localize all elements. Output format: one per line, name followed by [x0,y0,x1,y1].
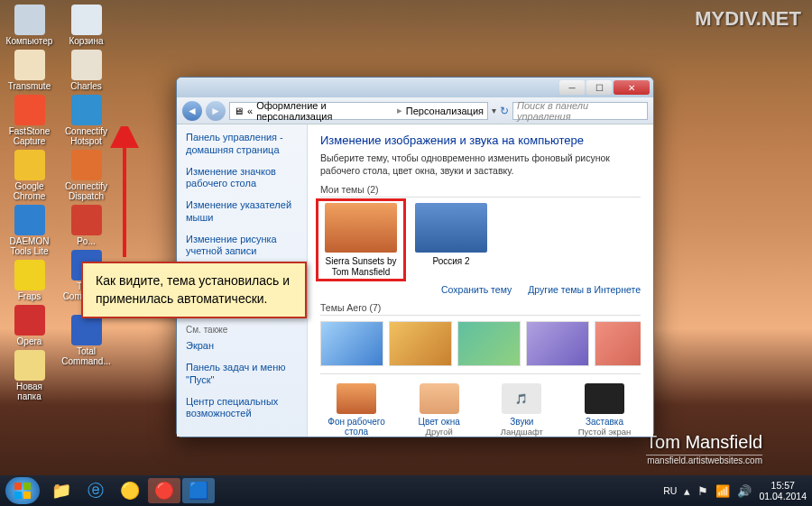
icon-label: Новая папка [5,382,54,401]
window-color-button[interactable]: Цвет окна Другой [403,383,475,437]
desktop-icon[interactable]: Fraps [5,260,54,301]
desktop-icon[interactable]: Po... [61,205,111,246]
minimize-button[interactable]: ─ [559,80,585,95]
language-indicator[interactable]: RU [663,485,677,496]
desktop-icon[interactable]: Google Chrome [5,150,54,201]
taskbar: 📁 ⓔ 🟡 🔴 🟦 RU ▴ ⚑ 📶 🔊 15:57 01.04.2014 [0,475,812,506]
breadcrumb[interactable]: 🖥 « Оформление и персонализация ▸ Персон… [229,102,488,120]
theme-label: Sierra Sunsets by Tom Mansfield [320,256,401,277]
taskbar-chrome-icon[interactable]: 🟡 [114,478,146,503]
breadcrumb-icon: 🖥 [234,106,244,116]
tray-flag-icon[interactable]: ⚑ [697,484,708,498]
annotation-callout: Как видите, тема установилась и применил… [81,262,307,318]
desktop-icon[interactable]: Transmute [5,50,54,91]
bottom-settings-row: Фон рабочего стола Показ слайдов Цвет ок… [320,373,641,437]
sidebar-link-display[interactable]: Экран [186,340,298,353]
navbar: ◄ ► 🖥 « Оформление и персонализация ▸ Пе… [177,97,653,124]
desktop-icon[interactable]: DAEMON Tools Lite [5,205,54,256]
sidebar-link-icons[interactable]: Изменение значков рабочего стола [186,166,298,191]
desktop-icon[interactable]: Компьютер [5,5,54,46]
tray-volume-icon[interactable]: 🔊 [737,484,752,498]
theme-thumb [415,203,487,253]
more-themes-link[interactable]: Другие темы в Интернете [528,284,641,295]
app-icon [71,95,102,125]
desktop-background-button[interactable]: Фон рабочего стола Показ слайдов [320,383,392,437]
desktop-icon[interactable]: Opera [5,305,54,346]
sidebar-see-also: См. также [186,325,298,335]
setting-title: Фон рабочего стола [320,417,392,437]
svg-rect-2 [23,483,31,490]
tray-network-icon[interactable]: 📶 [715,484,730,498]
search-placeholder: Поиск в панели управления [517,100,643,122]
theme-thumb [325,203,397,253]
personalization-window: ─ ☐ ✕ ◄ ► 🖥 « Оформление и персонализаци… [176,77,654,437]
setting-title: Заставка [568,417,641,427]
icon-label: Total Command... [61,346,111,366]
clock-date: 01.04.2014 [759,491,807,501]
app-icon [71,315,102,345]
sidebar-link-account-pic[interactable]: Изменение рисунка учетной записи [186,234,298,259]
taskbar-explorer-icon[interactable]: 📁 [45,478,78,503]
setting-sub: Пустой экран [568,427,641,437]
tray-chevron-icon[interactable]: ▴ [684,484,690,498]
desktop-icon[interactable]: Total Command... [61,315,111,366]
svg-rect-4 [23,492,31,499]
desktop-icon[interactable]: Charles [61,50,111,91]
taskbar-ie-icon[interactable]: ⓔ [79,478,112,503]
breadcrumb-1[interactable]: Оформление и персонализация [256,100,393,122]
desktop-icon[interactable]: Новая папка [5,350,54,401]
aero-theme-item[interactable] [526,321,589,366]
maximize-button[interactable]: ☐ [586,80,612,95]
taskbar-opera-icon[interactable]: 🔴 [148,478,180,503]
save-theme-link[interactable]: Сохранить тему [441,284,512,295]
sidebar-link-home[interactable]: Панель управления - домашняя страница [186,132,298,157]
page-description: Выберите тему, чтобы одновременно измени… [320,152,641,177]
sidebar-link-ease[interactable]: Центр специальных возможностей [186,396,298,421]
close-button[interactable]: ✕ [614,80,650,95]
sidebar-link-pointers[interactable]: Изменение указателей мыши [186,199,298,225]
artist-site: mansfield.artistwebsites.com [646,455,762,465]
icon-label: Opera [17,336,42,346]
app-icon [14,50,45,80]
clock-time: 15:57 [759,480,807,491]
icon-label: Connectify Dispatch [61,181,111,201]
search-input[interactable]: Поиск в панели управления [512,102,648,120]
setting-sub: Другой [403,427,475,437]
app-icon [14,305,45,336]
aero-theme-item[interactable] [457,321,521,366]
start-button[interactable] [5,477,40,504]
app-icon [71,205,102,235]
icon-label: Google Chrome [5,181,54,201]
nav-forward-button[interactable]: ► [206,101,226,121]
aero-theme-item[interactable] [595,321,641,366]
icon-label: DAEMON Tools Lite [5,236,54,256]
theme-russia-2[interactable]: Россия 2 [411,203,492,277]
sound-icon: 🎵 [502,383,541,414]
taskbar-app-icon[interactable]: 🟦 [182,478,215,503]
desktop-icon[interactable]: FastStone Capture [5,95,54,146]
desktop-icons: КомпьютерTransmuteFastStone CaptureGoogl… [5,5,111,401]
theme-sierra-sunsets[interactable]: Sierra Sunsets by Tom Mansfield [320,203,401,277]
desktop-icon[interactable]: Connectify Dispatch [61,150,111,201]
aero-themes-row [320,321,641,366]
app-icon [71,5,102,35]
desktop-icon[interactable]: Корзина [61,5,111,46]
system-tray: RU ▴ ⚑ 📶 🔊 15:57 01.04.2014 [663,480,807,501]
titlebar[interactable]: ─ ☐ ✕ [177,78,653,97]
icon-label: FastStone Capture [5,126,54,146]
clock[interactable]: 15:57 01.04.2014 [759,480,807,501]
sidebar-link-taskbar[interactable]: Панель задач и меню "Пуск" [186,362,298,387]
icon-label: Корзина [69,36,103,46]
desktop-icon[interactable]: Connectify Hotspot [61,95,111,146]
screensaver-button[interactable]: Заставка Пустой экран [568,383,641,437]
nav-back-button[interactable]: ◄ [182,101,202,121]
sounds-button[interactable]: 🎵 Звуки Ландшафт [485,383,558,437]
aero-theme-item[interactable] [320,321,383,366]
icon-label: Fraps [18,291,42,301]
aero-theme-item[interactable] [389,321,452,366]
watermark: MYDIV.NET [695,7,801,31]
app-icon [14,205,45,235]
breadcrumb-2[interactable]: Персонализация [406,106,484,116]
annotation-arrow [106,126,143,262]
icon-label: Компьютер [6,36,53,46]
